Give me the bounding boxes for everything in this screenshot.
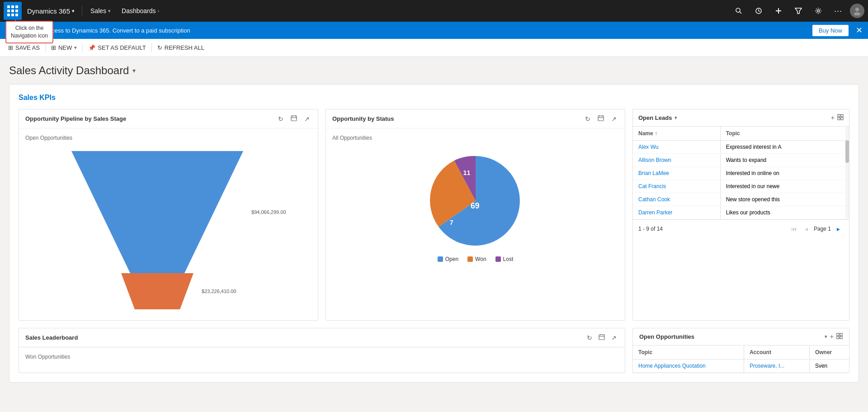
opps-title: Open Opportunities bbox=[639, 333, 822, 340]
col-account-header[interactable]: Account bbox=[744, 346, 809, 360]
pie-lost-label: 11 bbox=[463, 169, 470, 176]
leads-grid-icon[interactable] bbox=[837, 114, 844, 122]
legend-open-dot bbox=[438, 256, 443, 262]
legend-won-dot bbox=[467, 256, 473, 262]
sales-nav-item[interactable]: Sales ▾ bbox=[86, 5, 115, 16]
leaderboard-expand-icon[interactable]: ↗ bbox=[609, 333, 618, 342]
save-icon: ⊞ bbox=[8, 44, 13, 51]
svg-point-8 bbox=[854, 12, 860, 15]
bottom-grid: Sales Leaderboard ↻ ↗ Won Opportunities … bbox=[19, 328, 849, 373]
dashboards-nav-item[interactable]: Dashboards › bbox=[117, 5, 164, 16]
sort-arrow-icon: ↑ bbox=[655, 130, 657, 137]
svg-rect-9 bbox=[291, 116, 297, 121]
pie-subtitle: All Opportunities bbox=[332, 135, 618, 141]
buy-now-button[interactable]: Buy Now bbox=[812, 25, 849, 36]
leads-chevron-icon[interactable]: ▾ bbox=[675, 115, 677, 121]
more-button[interactable]: ··· bbox=[830, 3, 846, 19]
leaderboard-title: Sales Leaderboard bbox=[25, 334, 582, 341]
sales-chevron-icon: ▾ bbox=[108, 8, 111, 14]
user-avatar[interactable] bbox=[850, 4, 864, 18]
prev-page-button[interactable]: ◂ bbox=[801, 223, 812, 234]
opps-grid-icon[interactable] bbox=[836, 333, 843, 341]
funnel-expand-icon[interactable]: ↗ bbox=[302, 114, 311, 123]
funnel-body: Open Opportunities $94,066,299.00 bbox=[19, 128, 318, 320]
funnel-calendar-icon[interactable] bbox=[289, 114, 299, 123]
toolbar-sep-1 bbox=[45, 43, 46, 52]
new-dropdown-icon[interactable]: ▾ bbox=[74, 45, 77, 51]
svg-rect-19 bbox=[838, 114, 840, 117]
nav-right-actions: ··· bbox=[731, 3, 864, 19]
leaderboard-refresh-icon[interactable]: ↻ bbox=[585, 333, 594, 342]
add-button[interactable] bbox=[770, 3, 787, 19]
toolbar: ⊞ SAVE AS ⊞ NEW ▾ 📌 SET AS DEFAULT ↻ REF… bbox=[0, 39, 868, 57]
svg-point-0 bbox=[736, 8, 740, 12]
waffle-grid-icon bbox=[7, 5, 18, 16]
refresh-button[interactable]: ↻ REFRESH ALL bbox=[153, 39, 209, 57]
brand-button[interactable]: Dynamics 365 ▾ bbox=[24, 7, 78, 15]
settings-button[interactable] bbox=[810, 3, 826, 19]
svg-marker-13 bbox=[71, 151, 243, 273]
svg-marker-14 bbox=[121, 273, 193, 309]
toolbar-sep-3 bbox=[151, 43, 152, 52]
first-page-button[interactable]: ⏮ bbox=[788, 223, 799, 234]
pie-refresh-icon[interactable]: ↻ bbox=[583, 114, 592, 123]
lead-name[interactable]: Cat Francis bbox=[633, 180, 720, 193]
leaderboard-calendar-icon[interactable] bbox=[597, 333, 607, 342]
notification-text: Don't Lose A ccess to Dynamics 365. Conv… bbox=[11, 27, 809, 34]
col-topic-header[interactable]: Topic bbox=[633, 346, 744, 360]
lead-name[interactable]: Brian LaMee bbox=[633, 167, 720, 180]
col-name-header[interactable]: Name ↑ bbox=[633, 127, 720, 141]
lead-name[interactable]: Darren Parker bbox=[633, 206, 720, 219]
refresh-label: REFRESH ALL bbox=[165, 44, 204, 51]
pie-expand-icon[interactable]: ↗ bbox=[609, 114, 618, 123]
set-default-label: SET AS DEFAULT bbox=[98, 44, 146, 51]
opp-account[interactable]: Proseware, I... bbox=[744, 360, 809, 373]
open-leads-panel: Open Leads ▾ + Name bbox=[632, 109, 849, 321]
col-owner-header[interactable]: Owner bbox=[809, 346, 849, 360]
refresh-icon: ↻ bbox=[157, 44, 162, 51]
lead-topic: New store opened this bbox=[720, 193, 849, 206]
svg-rect-30 bbox=[840, 336, 842, 339]
dashboards-arrow-icon: › bbox=[158, 8, 160, 14]
dashboard-chevron-icon[interactable]: ▾ bbox=[132, 67, 136, 74]
opp-owner: Sven bbox=[809, 360, 849, 373]
close-notification-button[interactable]: ✕ bbox=[856, 25, 863, 35]
leaderboard-panel: Sales Leaderboard ↻ ↗ Won Opportunities bbox=[19, 328, 625, 373]
svg-rect-21 bbox=[838, 118, 840, 120]
lead-name[interactable]: Alex Wu bbox=[633, 141, 720, 154]
col-topic-header[interactable]: Topic bbox=[720, 127, 849, 141]
pie-won-label: 7 bbox=[449, 219, 453, 226]
pie-calendar-icon[interactable] bbox=[596, 114, 606, 123]
kpi-grid: Opportunity Pipeline by Sales Stage ↻ ↗ … bbox=[19, 109, 849, 321]
leads-add-icon[interactable]: + bbox=[831, 114, 835, 122]
pin-icon: 📌 bbox=[88, 44, 95, 51]
pie-header: Opportunity by Status ↻ ↗ bbox=[326, 109, 625, 128]
svg-rect-28 bbox=[840, 333, 842, 336]
funnel-panel: Opportunity Pipeline by Sales Stage ↻ ↗ … bbox=[19, 109, 318, 321]
lead-topic: Expressed interest in A bbox=[720, 141, 849, 154]
opps-chevron-icon[interactable]: ▾ bbox=[825, 334, 827, 340]
funnel-bottom-label: $23,226,410.00 bbox=[202, 289, 236, 294]
waffle-button[interactable]: Click on theNavigation icon bbox=[4, 2, 22, 20]
funnel-refresh-icon[interactable]: ↻ bbox=[276, 114, 285, 123]
search-button[interactable] bbox=[731, 3, 747, 19]
section-title: Sales KPIs bbox=[19, 94, 849, 102]
lead-name[interactable]: Cathan Cook bbox=[633, 193, 720, 206]
lead-name[interactable]: Allison Brown bbox=[633, 154, 720, 167]
svg-point-6 bbox=[817, 10, 820, 12]
funnel-chart-svg bbox=[71, 151, 243, 273]
notification-bar: ℹ Don't Lose A ccess to Dynamics 365. Co… bbox=[0, 22, 868, 39]
funnel-subtitle: Open Opportunities bbox=[25, 135, 311, 141]
opps-add-icon[interactable]: + bbox=[830, 333, 834, 341]
filter-button[interactable] bbox=[790, 3, 807, 19]
opp-topic[interactable]: Home Appliances Quotation bbox=[633, 360, 744, 373]
leads-scrollbar[interactable] bbox=[845, 127, 849, 219]
opps-table: Topic Account Owner Home Appliances Quot… bbox=[633, 346, 849, 373]
main-card: Sales KPIs Opportunity Pipeline by Sales… bbox=[9, 84, 859, 383]
new-label: NEW bbox=[58, 44, 72, 51]
svg-point-7 bbox=[855, 8, 859, 11]
history-button[interactable] bbox=[750, 3, 767, 19]
opps-header: Open Opportunities ▾ + bbox=[633, 328, 849, 346]
set-default-button[interactable]: 📌 SET AS DEFAULT bbox=[84, 39, 150, 57]
next-page-button[interactable]: ▸ bbox=[833, 223, 844, 234]
